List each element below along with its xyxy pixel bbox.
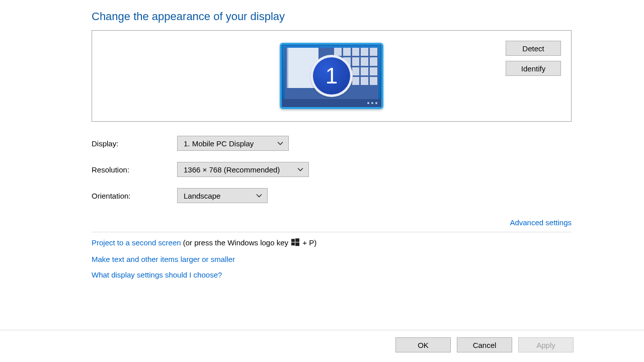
display-arrangement-box[interactable]: 1 Detect Identify [92, 30, 572, 122]
svg-rect-2 [291, 242, 295, 245]
orientation-label: Orientation: [92, 192, 177, 200]
page-title: Change the appearance of your display [92, 10, 572, 23]
apply-button: Apply [518, 337, 574, 352]
dialog-button-row: OK Cancel Apply [0, 330, 644, 352]
cancel-button[interactable]: Cancel [457, 337, 512, 352]
project-hint-prefix: (or press the Windows logo key [181, 238, 291, 247]
svg-rect-0 [291, 239, 295, 242]
chevron-down-icon [256, 194, 262, 198]
project-hint-suffix: + P) [300, 238, 316, 247]
identify-button[interactable]: Identify [506, 61, 561, 76]
display-dropdown[interactable]: 1. Mobile PC Display [177, 136, 289, 151]
monitor-preview-1[interactable]: 1 [280, 43, 383, 109]
ok-button[interactable]: OK [395, 337, 451, 352]
display-label: Display: [92, 139, 177, 148]
display-settings-panel: Change the appearance of your display 1 … [92, 10, 572, 286]
resolution-dropdown[interactable]: 1366 × 768 (Recommended) [177, 162, 309, 177]
resolution-dropdown-value: 1366 × 768 (Recommended) [184, 165, 280, 174]
chevron-down-icon [277, 141, 283, 145]
related-links: Project to a second screen (or press the… [92, 238, 572, 279]
separator [92, 232, 572, 232]
advanced-settings-link[interactable]: Advanced settings [510, 218, 572, 227]
display-dropdown-value: 1. Mobile PC Display [184, 139, 254, 148]
resolution-label: Resolution: [92, 165, 177, 174]
orientation-dropdown-value: Landscape [184, 192, 220, 200]
monitor-number-badge: 1 [310, 55, 353, 97]
svg-rect-3 [295, 242, 299, 246]
svg-rect-1 [295, 238, 299, 242]
help-link[interactable]: What display settings should I choose? [92, 270, 222, 279]
detect-button[interactable]: Detect [506, 41, 561, 56]
orientation-dropdown[interactable]: Landscape [177, 188, 268, 203]
project-second-screen-link[interactable]: Project to a second screen [92, 238, 181, 247]
chevron-down-icon [297, 167, 303, 171]
windows-logo-icon [291, 238, 299, 248]
text-size-link[interactable]: Make text and other items larger or smal… [92, 255, 235, 263]
